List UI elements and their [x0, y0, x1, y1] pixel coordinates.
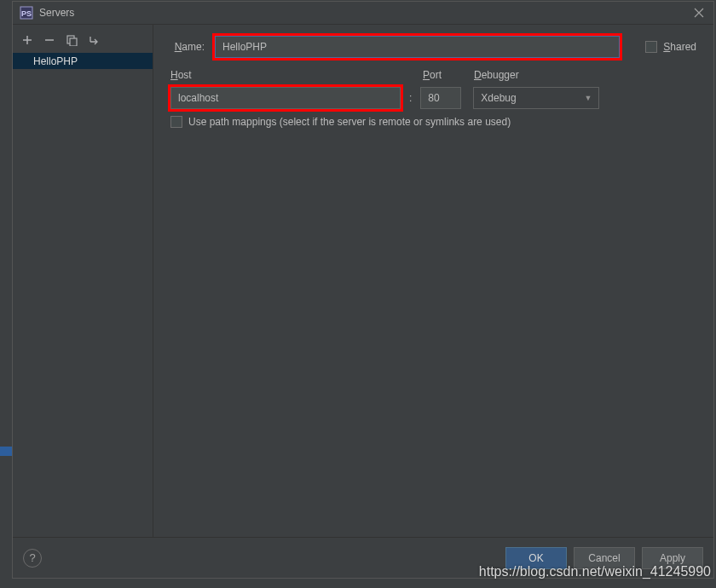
ok-button[interactable]: OK: [505, 547, 567, 569]
svg-text:PS: PS: [21, 9, 32, 18]
add-icon[interactable]: [20, 32, 35, 48]
field-labels-row: Host Port Debugger: [170, 66, 696, 82]
host-input[interactable]: [170, 87, 401, 109]
shared-checkbox-wrap[interactable]: Shared: [645, 41, 696, 53]
path-mappings-checkbox[interactable]: [170, 116, 182, 128]
chevron-down-icon: ▼: [584, 94, 592, 102]
debugger-value: Xdebug: [481, 92, 516, 104]
background-strip: [0, 0, 12, 588]
apply-button[interactable]: Apply: [642, 547, 703, 569]
titlebar: PS Servers: [13, 2, 713, 25]
name-input[interactable]: [215, 36, 620, 58]
app-icon: PS: [20, 6, 33, 20]
help-button[interactable]: ?: [23, 549, 42, 568]
server-list: HelloPHP: [13, 53, 153, 537]
servers-dialog: PS Servers: [12, 1, 714, 579]
dialog-body: HelloPHP Name: Shared Host Port Debugger: [13, 25, 713, 537]
cancel-button[interactable]: Cancel: [574, 547, 635, 569]
host-label: Host: [170, 69, 192, 81]
server-item-hellophp[interactable]: HelloPHP: [13, 53, 153, 69]
main-panel: Name: Shared Host Port Debugger : Xdebug: [153, 25, 713, 537]
shared-checkbox[interactable]: [645, 41, 657, 53]
debugger-label: Debugger: [474, 69, 519, 81]
debugger-select[interactable]: Xdebug ▼: [473, 87, 599, 109]
apply-label: Apply: [660, 552, 685, 564]
reset-icon[interactable]: [86, 32, 101, 48]
cancel-label: Cancel: [588, 552, 620, 564]
sidebar-toolbar: [13, 30, 153, 50]
footer: ? OK Cancel Apply: [13, 537, 713, 578]
copy-icon[interactable]: [64, 32, 79, 48]
name-row: Name: Shared: [170, 36, 696, 58]
server-item-label: HelloPHP: [33, 55, 78, 67]
shared-label: Shared: [663, 41, 696, 53]
ok-label: OK: [528, 552, 543, 564]
port-input[interactable]: [420, 87, 461, 109]
path-mappings-label: Use path mappings (select if the server …: [188, 116, 511, 128]
path-mappings-row[interactable]: Use path mappings (select if the server …: [170, 116, 696, 128]
window-title: Servers: [39, 7, 691, 19]
port-label: Port: [423, 69, 442, 81]
background-accent: [0, 447, 12, 456]
remove-icon[interactable]: [42, 32, 57, 48]
svg-rect-3: [70, 38, 77, 46]
close-icon[interactable]: [691, 5, 707, 20]
help-icon: ?: [29, 551, 35, 564]
host-port-colon: :: [409, 92, 412, 104]
field-inputs-row: : Xdebug ▼: [170, 87, 696, 109]
sidebar: HelloPHP: [13, 25, 153, 537]
name-label: Name:: [170, 41, 205, 53]
